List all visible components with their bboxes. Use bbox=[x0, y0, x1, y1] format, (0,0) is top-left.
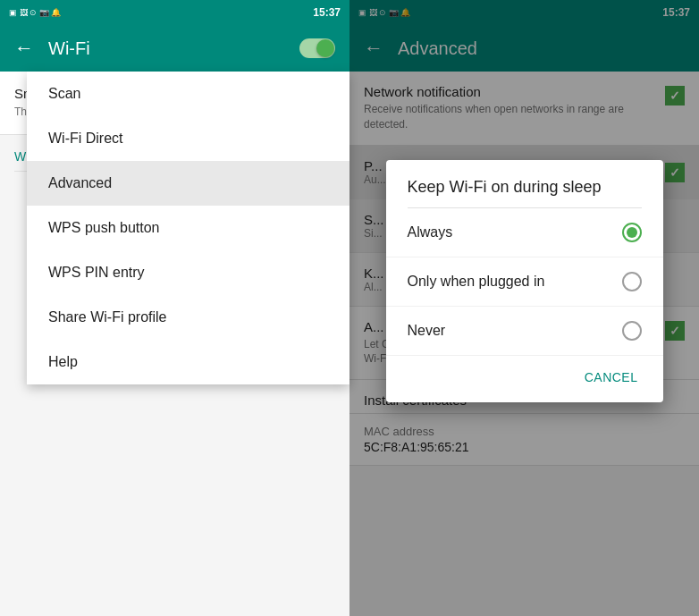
radio-option-never[interactable]: Never bbox=[386, 307, 663, 356]
radio-option-plugged-in[interactable]: Only when plugged in bbox=[386, 257, 663, 307]
menu-item-wps-pin[interactable]: WPS PIN entry bbox=[27, 250, 350, 295]
cancel-button[interactable]: CANCEL bbox=[574, 363, 649, 392]
left-toolbar-title: Wi-Fi bbox=[48, 38, 285, 59]
keep-wifi-dialog: Keep Wi-Fi on during sleep Always Only w… bbox=[386, 160, 663, 402]
radio-option-always[interactable]: Always bbox=[386, 208, 663, 257]
radio-label-plugged-in: Only when plugged in bbox=[408, 274, 545, 290]
radio-circle-always[interactable] bbox=[622, 223, 642, 242]
left-status-time: 15:37 bbox=[313, 6, 341, 19]
right-panel: ▣ 🖼 ⊙ 📷 🔔 15:37 ← Advanced Network notif… bbox=[350, 0, 699, 616]
left-panel: ▣ 🖼 ⊙ 📷 🔔 15:37 ← Wi-Fi Smart network sw… bbox=[0, 0, 350, 616]
left-toolbar: ← Wi-Fi bbox=[0, 25, 350, 72]
menu-item-advanced[interactable]: Advanced bbox=[27, 161, 350, 206]
left-status-icons: ▣ 🖼 ⊙ 📷 🔔 bbox=[9, 8, 61, 17]
menu-item-scan[interactable]: Scan bbox=[27, 72, 350, 116]
dialog-overlay: Keep Wi-Fi on during sleep Always Only w… bbox=[350, 0, 699, 616]
left-status-bar: ▣ 🖼 ⊙ 📷 🔔 15:37 bbox=[0, 0, 350, 25]
left-notification-icons: ▣ 🖼 ⊙ 📷 🔔 bbox=[9, 8, 61, 17]
dialog-title: Keep Wi-Fi on during sleep bbox=[386, 160, 663, 207]
radio-circle-never[interactable] bbox=[622, 321, 642, 341]
wifi-toggle[interactable] bbox=[299, 38, 335, 58]
left-back-button[interactable]: ← bbox=[14, 37, 34, 60]
menu-item-wifi-direct[interactable]: Wi-Fi Direct bbox=[27, 116, 350, 161]
menu-item-help[interactable]: Help bbox=[27, 340, 350, 384]
menu-item-share-wifi[interactable]: Share Wi-Fi profile bbox=[27, 295, 350, 340]
dialog-actions: CANCEL bbox=[386, 356, 663, 402]
radio-label-always: Always bbox=[408, 224, 453, 240]
radio-label-never: Never bbox=[408, 323, 446, 339]
radio-circle-plugged-in[interactable] bbox=[622, 272, 642, 291]
context-menu: Scan Wi-Fi Direct Advanced WPS push butt… bbox=[27, 72, 350, 384]
menu-item-wps-push[interactable]: WPS push button bbox=[27, 206, 350, 250]
